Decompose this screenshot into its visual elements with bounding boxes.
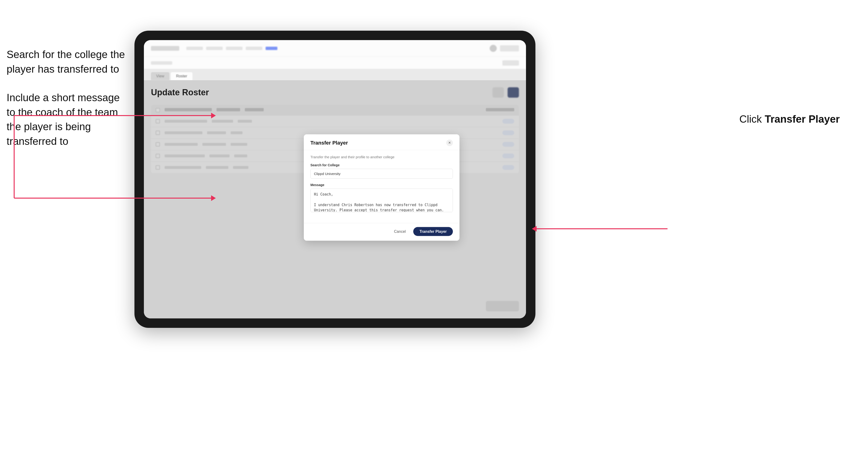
cancel-button[interactable]: Cancel <box>390 227 410 236</box>
annotation-transfer-label: Transfer Player <box>765 113 840 125</box>
tab-view[interactable]: View <box>151 72 169 80</box>
message-label: Message <box>310 183 453 187</box>
tab-roster[interactable]: Roster <box>171 72 192 80</box>
header-right <box>490 45 519 52</box>
header-nav <box>186 47 277 50</box>
college-search-label: Search for College <box>310 163 453 167</box>
nav-community <box>186 47 203 50</box>
annotation-click-prefix: Click <box>739 113 765 125</box>
app-logo <box>151 46 179 51</box>
modal-header: Transfer Player × <box>304 134 460 150</box>
nav-tools <box>206 47 223 50</box>
tablet-screen: View Roster Update Roster <box>144 40 526 318</box>
annotation-message-text: Include a short message to the coach of … <box>7 90 129 148</box>
annotation-search-text: Search for the college the player has tr… <box>7 47 129 76</box>
main-content: Update Roster <box>144 80 526 318</box>
modal-overlay: Transfer Player × Transfer the player an… <box>144 80 526 318</box>
header-action-btn <box>500 45 519 52</box>
breadcrumb-item <box>151 61 172 65</box>
modal-body: Transfer the player and their profile to… <box>304 150 460 223</box>
college-search-group: Search for College <box>310 163 453 179</box>
sub-header <box>144 57 526 69</box>
college-search-input[interactable] <box>310 168 453 179</box>
left-annotation: Search for the college the player has tr… <box>7 47 129 163</box>
modal-close-button[interactable]: × <box>446 139 453 146</box>
modal-subtitle: Transfer the player and their profile to… <box>310 155 453 159</box>
transfer-player-modal: Transfer Player × Transfer the player an… <box>304 134 460 241</box>
message-group: Message Hi Coach, I understand Chris Rob… <box>310 183 453 213</box>
user-avatar <box>490 45 497 52</box>
right-annotation: Click Transfer Player <box>739 113 840 125</box>
modal-title: Transfer Player <box>310 139 348 146</box>
tab-bar: View Roster <box>144 69 526 80</box>
modal-footer: Cancel Transfer Player <box>304 223 460 241</box>
tablet-device: View Roster Update Roster <box>134 31 535 328</box>
nav-roster <box>246 47 262 50</box>
app-header <box>144 40 526 57</box>
message-textarea[interactable]: Hi Coach, I understand Chris Robertson h… <box>310 188 453 212</box>
nav-bulletin <box>226 47 243 50</box>
order-action <box>502 60 519 66</box>
transfer-player-button[interactable]: Transfer Player <box>413 227 453 236</box>
nav-active <box>266 47 277 50</box>
